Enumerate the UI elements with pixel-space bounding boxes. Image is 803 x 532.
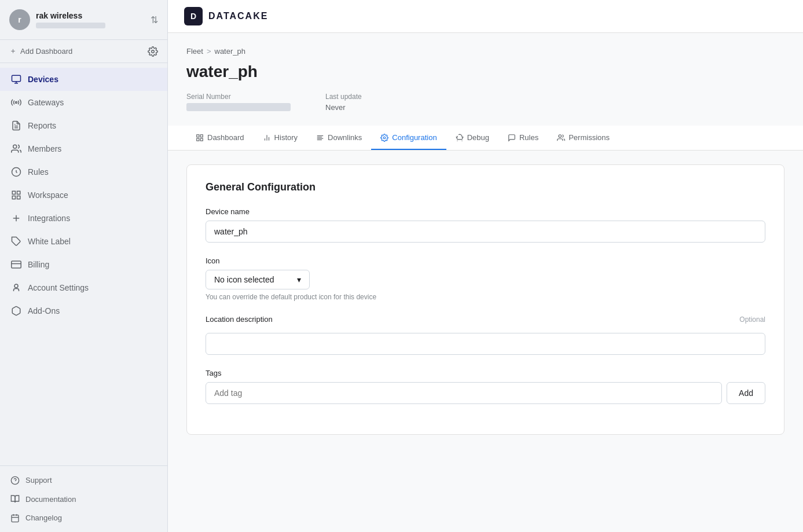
svg-rect-9 [12,191,15,194]
last-update-value: Never [325,103,362,112]
tab-dashboard[interactable]: Dashboard [186,126,254,150]
device-name-input[interactable] [206,221,765,243]
sidebar-actions: ＋ Add Dashboard [0,40,167,63]
device-name-group: Device name [206,207,765,243]
sidebar-item-account-settings[interactable]: Account Settings [0,276,167,299]
devices-icon [10,74,22,85]
breadcrumb-current: water_ph [215,47,245,56]
account-settings-icon [10,282,22,293]
debug-tab-icon [456,133,464,142]
sidebar-footer-support[interactable]: Support [0,471,167,490]
sidebar-item-label: Integrations [28,214,70,223]
sidebar-item-billing[interactable]: Billing [0,253,167,276]
tab-debug[interactable]: Debug [446,126,498,150]
integrations-icon [10,212,22,224]
tab-configuration[interactable]: Configuration [371,126,446,150]
serial-number-label: Serial Number [186,93,291,101]
history-tab-icon [263,133,271,142]
location-input[interactable] [206,333,765,355]
svg-point-7 [13,145,17,148]
location-label-row: Location description Optional [206,315,765,324]
tab-downlinks[interactable]: Downlinks [307,126,371,150]
tab-permissions[interactable]: Permissions [548,126,619,150]
sidebar-footer: Support Documentation Changelog [0,465,167,532]
icon-label: Icon [206,256,765,265]
sidebar-item-label: Rules [28,167,49,177]
tab-rules[interactable]: Rules [498,126,548,150]
plus-icon: ＋ [9,46,17,56]
device-name-label: Device name [206,207,765,216]
last-update-group: Last update Never [325,93,362,112]
tag-input[interactable] [206,382,722,404]
dashboard-tab-icon [196,133,204,142]
nav-items: Devices Gateways Reports Members [0,63,167,466]
svg-rect-10 [17,191,20,194]
page-content: Fleet > water_ph water_ph Serial Number … [168,33,803,532]
logo-text: DATACAKE [208,11,268,21]
rules-icon [10,166,22,178]
tags-group: Tags Add [206,369,765,404]
add-dashboard-button[interactable]: ＋ Add Dashboard [9,46,143,56]
device-meta: Serial Number Last update Never [186,93,784,112]
permissions-tab-icon [557,133,565,142]
configuration-tab-icon [380,133,388,142]
svg-rect-28 [200,138,203,141]
page-title: water_ph [186,63,784,81]
workspace-name: rak wireless [36,11,145,20]
config-section: General Configuration Device name Icon N… [186,164,784,435]
breadcrumb-separator: > [207,47,211,56]
reports-icon [10,120,22,131]
tags-label: Tags [206,369,765,377]
svg-rect-26 [200,135,203,137]
sidebar-item-rules[interactable]: Rules [0,160,167,184]
billing-icon [10,259,22,270]
icon-select-dropdown[interactable]: No icon selected ▾ [206,270,310,289]
tab-history[interactable]: History [254,126,307,150]
sidebar-footer-changelog[interactable]: Changelog [0,508,167,527]
avatar: r [9,9,30,30]
serial-number-value-blurred [186,103,291,111]
sidebar-footer-documentation[interactable]: Documentation [0,490,167,509]
svg-point-37 [559,135,562,138]
main-content: D DATACAKE Fleet > water_ph water_ph Ser… [168,0,803,532]
chevron-updown-icon[interactable]: ⇅ [151,14,158,25]
topbar: D DATACAKE [168,0,803,33]
serial-number-group: Serial Number [186,93,291,112]
settings-icon-button[interactable] [148,46,158,57]
icon-hint: You can override the default product ico… [206,293,765,301]
breadcrumb: Fleet > water_ph [186,47,784,56]
chevron-down-icon: ▾ [297,275,301,284]
tabs: Dashboard History Downlinks Configuratio… [168,126,803,151]
changelog-icon [10,513,20,523]
sidebar-item-integrations[interactable]: Integrations [0,207,167,230]
sidebar-item-gateways[interactable]: Gateways [0,91,167,114]
breadcrumb-fleet[interactable]: Fleet [186,47,203,56]
rules-tab-icon [508,133,516,142]
tags-row: Add [206,382,765,404]
sidebar-item-reports[interactable]: Reports [0,114,167,137]
sidebar-item-label: White Label [28,237,71,246]
sidebar-item-label: Workspace [28,190,68,200]
sidebar-item-members[interactable]: Members [0,137,167,160]
downlinks-tab-icon [316,133,324,142]
sidebar-item-label: Members [28,144,61,153]
sidebar-item-white-label[interactable]: White Label [0,230,167,253]
sidebar-item-label: Devices [28,75,58,84]
svg-point-36 [384,137,386,140]
sidebar: r rak wireless ⇅ ＋ Add Dashboard Devices [0,0,168,532]
svg-rect-25 [197,135,199,137]
svg-point-4 [16,101,17,103]
sidebar-item-label: Account Settings [28,283,89,292]
documentation-icon [10,494,20,504]
logo: D DATACAKE [184,7,268,25]
sidebar-item-devices[interactable]: Devices [0,68,167,91]
sidebar-item-label: Gateways [28,98,64,107]
svg-rect-16 [12,261,21,268]
sidebar-item-add-ons[interactable]: Add-Ons [0,299,167,322]
section-title: General Configuration [206,181,765,193]
add-tag-button[interactable]: Add [727,382,765,404]
location-group: Location description Optional [206,315,765,355]
sidebar-item-workspace[interactable]: Workspace [0,184,167,207]
icon-group: Icon No icon selected ▾ You can override… [206,256,765,301]
svg-rect-1 [12,75,21,82]
